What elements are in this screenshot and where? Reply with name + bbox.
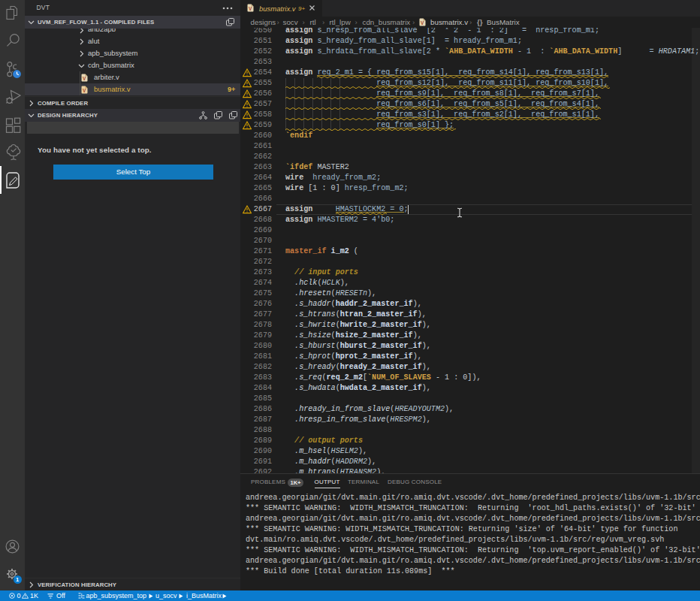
svg-text:V: V bbox=[249, 6, 252, 11]
svg-text:V: V bbox=[83, 75, 86, 80]
svg-text:V: V bbox=[421, 20, 424, 26]
svg-text:V: V bbox=[83, 87, 86, 92]
